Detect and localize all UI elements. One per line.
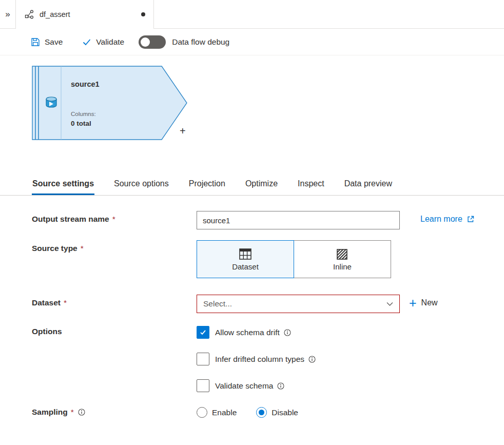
required-asterisk: * (71, 408, 74, 417)
required-asterisk: * (81, 244, 84, 253)
inline-option-label: Inline (333, 262, 352, 271)
dataflow-icon (24, 9, 34, 20)
node-columns-label: Columns: (71, 111, 96, 117)
infer-drifted-column-types-checkbox[interactable] (197, 353, 209, 365)
tab-optimize[interactable]: Optimize (245, 172, 278, 195)
checkmark-icon (200, 329, 206, 336)
app-root: » df_assert Save (0, 0, 504, 445)
validate-schema-row: Validate schema (197, 379, 316, 392)
sampling-disable-label: Disable (272, 408, 298, 417)
radio-circle (197, 407, 207, 418)
hatched-square-icon (336, 247, 349, 261)
toggle-knob (141, 37, 150, 47)
source-node[interactable]: source1 Columns: 0 total + (32, 66, 188, 140)
dataflow-tab-label: df_assert (40, 10, 70, 18)
info-icon[interactable] (284, 329, 291, 336)
source-settings-form: Output stream name * Learn more Source t… (0, 196, 504, 418)
tab-bar: » df_assert (0, 0, 504, 29)
tab-source-options[interactable]: Source options (113, 172, 169, 195)
tab-data-preview[interactable]: Data preview (344, 172, 393, 195)
allow-schema-drift-checkbox[interactable] (197, 326, 209, 339)
required-asterisk: * (64, 298, 67, 307)
sampling-radio-group: Enable Disable (197, 407, 298, 418)
validate-label: Validate (96, 37, 124, 47)
dataset-row: Dataset * Select... + New (32, 295, 504, 313)
info-icon[interactable] (308, 356, 316, 363)
database-source-icon (44, 95, 59, 110)
new-dataset-label: New (421, 298, 438, 307)
chevron-down-icon (386, 302, 393, 306)
source-type-label: Source type * (32, 240, 197, 253)
output-stream-row: Output stream name * Learn more (32, 211, 504, 229)
allow-schema-drift-label: Allow schema drift (215, 328, 280, 337)
external-link-icon (467, 215, 475, 223)
dataflow-tab[interactable]: df_assert (15, 0, 154, 28)
tab-source-settings[interactable]: Source settings (32, 172, 94, 195)
dataflow-canvas[interactable]: source1 Columns: 0 total + (0, 55, 504, 172)
table-icon (239, 247, 252, 261)
sampling-row: Sampling * Enable Disable (32, 407, 504, 418)
dataset-select-placeholder: Select... (203, 299, 232, 308)
tab-projection[interactable]: Projection (188, 172, 226, 195)
output-stream-name-input[interactable] (197, 211, 400, 229)
node-columns-value: 0 total (71, 120, 91, 127)
dataflow-debug-label: Data flow debug (172, 37, 229, 47)
check-icon (82, 37, 91, 47)
unsaved-changes-dot (141, 12, 145, 16)
info-icon[interactable] (78, 409, 85, 416)
infer-drifted-column-types-label: Infer drifted column types (215, 355, 304, 364)
allow-schema-drift-row: Allow schema drift (197, 326, 316, 339)
dataflow-debug-toggle[interactable] (139, 35, 166, 49)
node-title: source1 (71, 80, 100, 88)
source-type-row: Source type * Dataset (32, 240, 504, 278)
required-asterisk: * (112, 215, 115, 224)
save-icon (31, 37, 40, 47)
options-row: Options Allow schema drift (32, 326, 504, 406)
sampling-disable-radio[interactable]: Disable (256, 407, 298, 418)
plus-icon: + (409, 297, 417, 309)
dataset-label: Dataset * (32, 295, 197, 307)
sampling-enable-label: Enable (212, 408, 237, 417)
sampling-label: Sampling * (32, 407, 197, 417)
radio-circle (256, 407, 267, 418)
validate-button[interactable]: Validate (82, 37, 124, 47)
info-icon[interactable] (277, 382, 284, 390)
output-stream-name-label: Output stream name * (32, 211, 197, 224)
save-label: Save (45, 37, 63, 47)
dataset-select[interactable]: Select... (197, 295, 400, 313)
source-type-dataset-button[interactable]: Dataset (197, 240, 294, 278)
toolbar: Save Validate Data flow debug (0, 29, 504, 55)
source-type-inline-button[interactable]: Inline (294, 240, 391, 278)
options-label: Options (32, 326, 197, 336)
add-transformation-button[interactable]: + (180, 125, 186, 137)
double-chevron-icon: » (5, 9, 10, 20)
infer-drifted-column-types-row: Infer drifted column types (197, 353, 316, 365)
validate-schema-label: Validate schema (215, 381, 273, 391)
sampling-enable-radio[interactable]: Enable (197, 407, 237, 418)
dataset-option-label: Dataset (232, 262, 259, 271)
settings-tab-strip: Source settings Source options Projectio… (0, 172, 504, 196)
options-checkbox-group: Allow schema drift Infer drifted column … (197, 326, 316, 406)
save-button[interactable]: Save (31, 37, 63, 47)
tab-inspect[interactable]: Inspect (297, 172, 325, 195)
expand-tabs-button[interactable]: » (0, 0, 15, 28)
learn-more-link[interactable]: Learn more (420, 211, 475, 224)
new-dataset-button[interactable]: + New (409, 295, 438, 309)
validate-schema-checkbox[interactable] (197, 379, 209, 392)
